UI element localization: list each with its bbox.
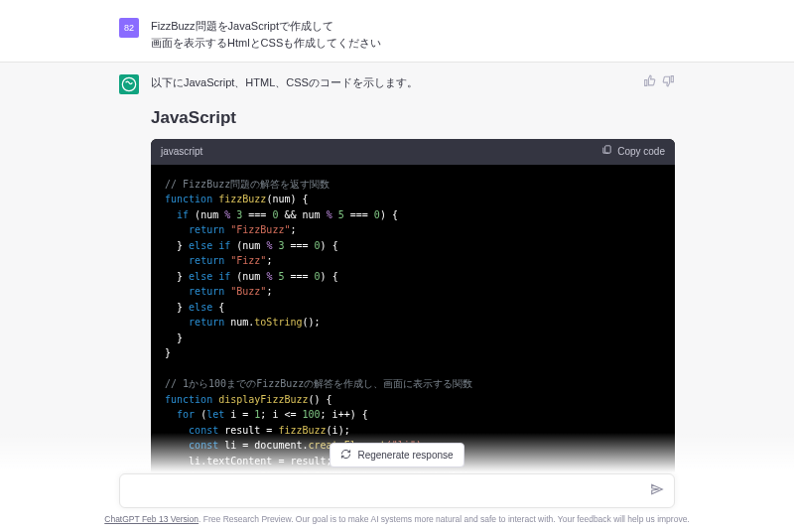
code-heading: JavaScript: [151, 105, 675, 131]
message-input-bar[interactable]: [119, 473, 675, 508]
thumbs-up-icon[interactable]: [643, 74, 656, 90]
feedback-buttons: [643, 74, 675, 90]
user-message: 82 FizzBuzz問題をJavaScriptで作成して画面を表示するHtml…: [119, 8, 675, 62]
regenerate-button[interactable]: Regenerate response: [330, 443, 463, 467]
copy-code-button[interactable]: Copy code: [601, 144, 665, 160]
message-input[interactable]: [130, 485, 650, 497]
user-avatar: 82: [119, 18, 139, 38]
send-icon[interactable]: [650, 482, 664, 499]
version-link[interactable]: ChatGPT Feb 13 Version: [104, 514, 198, 524]
refresh-icon: [340, 449, 351, 462]
assistant-avatar: [119, 74, 139, 94]
assistant-intro: 以下にJavaScript、HTML、CSSのコードを示します。: [151, 74, 675, 91]
thumbs-down-icon[interactable]: [662, 74, 675, 90]
code-lang: javascript: [161, 144, 202, 160]
user-text: FizzBuzz問題をJavaScriptで作成して画面を表示するHtmlとCS…: [151, 18, 675, 52]
svg-point-0: [122, 77, 135, 90]
clipboard-icon: [601, 144, 612, 160]
footer-text: ChatGPT Feb 13 Version. Free Research Pr…: [0, 514, 794, 524]
svg-rect-1: [605, 146, 611, 153]
